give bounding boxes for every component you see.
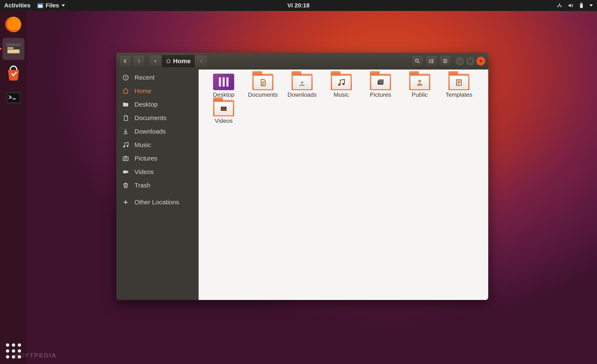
file-documents[interactable]: Documents bbox=[243, 74, 283, 98]
svg-point-23 bbox=[125, 158, 127, 160]
dock-files[interactable] bbox=[2, 38, 24, 60]
dock-software[interactable] bbox=[2, 62, 24, 84]
files-app-icon bbox=[37, 3, 43, 8]
app-menu-label: Files bbox=[46, 2, 59, 9]
folder-icon bbox=[370, 74, 391, 90]
file-label: Music bbox=[333, 91, 349, 98]
nav-back-button[interactable] bbox=[119, 55, 131, 67]
close-button[interactable] bbox=[476, 57, 485, 66]
chevron-down-icon bbox=[589, 4, 593, 7]
file-downloads[interactable]: Downloads bbox=[283, 74, 322, 98]
hamburger-menu-button[interactable] bbox=[439, 55, 451, 67]
file-music[interactable]: Music bbox=[322, 74, 361, 98]
svg-rect-8 bbox=[6, 43, 21, 46]
sidebar-item-recent[interactable]: Recent bbox=[116, 71, 199, 84]
view-toggle-button[interactable] bbox=[425, 55, 437, 67]
sidebar-item-label: Other Locations bbox=[134, 199, 179, 206]
titlebar[interactable]: Home bbox=[116, 53, 488, 70]
folder-icon bbox=[448, 74, 470, 90]
svg-rect-2 bbox=[560, 6, 561, 7]
path-next[interactable] bbox=[195, 55, 208, 67]
svg-rect-25 bbox=[299, 85, 304, 86]
svg-rect-24 bbox=[123, 170, 127, 173]
clock[interactable]: Vi 20:18 bbox=[287, 2, 309, 9]
svg-rect-4 bbox=[581, 3, 582, 4]
file-label: Templates bbox=[445, 91, 472, 98]
sidebar-item-desktop[interactable]: Desktop bbox=[116, 98, 199, 111]
svg-rect-20 bbox=[469, 60, 471, 62]
svg-rect-16 bbox=[429, 62, 431, 63]
minimize-button[interactable] bbox=[455, 57, 464, 66]
svg-rect-12 bbox=[7, 93, 20, 102]
dock bbox=[0, 11, 27, 364]
sidebar-item-trash[interactable]: Trash bbox=[116, 179, 199, 192]
sidebar-item-other-locations[interactable]: Other Locations bbox=[116, 195, 199, 209]
svg-rect-27 bbox=[379, 79, 384, 84]
sidebar-item-label: Videos bbox=[134, 168, 154, 176]
svg-rect-10 bbox=[7, 49, 20, 53]
app-menu[interactable]: Files bbox=[37, 2, 65, 9]
svg-point-13 bbox=[416, 59, 418, 62]
sidebar-item-label: Trash bbox=[134, 182, 150, 189]
folder-icon bbox=[331, 74, 352, 90]
path-bar[interactable]: Home bbox=[149, 55, 208, 67]
sidebar-item-label: Documents bbox=[134, 114, 166, 122]
path-home[interactable]: Home bbox=[162, 55, 195, 67]
sidebar-item-downloads[interactable]: Downloads bbox=[116, 125, 199, 138]
svg-rect-5 bbox=[581, 5, 582, 7]
sidebar-item-label: Home bbox=[134, 87, 151, 95]
volume-icon bbox=[567, 2, 573, 8]
sidebar-item-music[interactable]: Music bbox=[116, 138, 199, 152]
file-label: Public bbox=[412, 91, 428, 98]
svg-rect-15 bbox=[429, 61, 431, 62]
file-videos[interactable]: Videos bbox=[204, 100, 243, 124]
file-label: Pictures bbox=[370, 91, 391, 98]
sidebar: Recent Home Desktop Documents Downloads … bbox=[116, 70, 199, 300]
sidebar-item-label: Pictures bbox=[134, 155, 157, 162]
folder-icon bbox=[252, 74, 273, 90]
file-label: Downloads bbox=[288, 91, 317, 98]
file-label: Documents bbox=[248, 91, 278, 98]
svg-rect-14 bbox=[429, 59, 431, 60]
sidebar-item-label: Music bbox=[134, 141, 151, 148]
nav-forward-button[interactable] bbox=[133, 55, 145, 67]
folder-icon bbox=[213, 100, 234, 116]
sidebar-item-label: Desktop bbox=[134, 101, 158, 108]
top-bar: Activities Files Vi 20:18 bbox=[0, 0, 597, 11]
sidebar-item-documents[interactable]: Documents bbox=[116, 111, 199, 125]
file-desktop[interactable]: Desktop bbox=[204, 74, 243, 98]
sidebar-item-label: Recent bbox=[134, 74, 155, 81]
svg-rect-31 bbox=[221, 107, 222, 111]
file-public[interactable]: Public bbox=[400, 74, 439, 98]
file-grid[interactable]: Desktop Documents Downloads Music Pictur… bbox=[199, 70, 488, 300]
maximize-button[interactable] bbox=[466, 57, 475, 66]
svg-rect-1 bbox=[557, 6, 558, 7]
network-icon bbox=[557, 2, 562, 8]
status-area[interactable] bbox=[557, 2, 597, 8]
show-applications[interactable] bbox=[0, 343, 27, 358]
svg-rect-9 bbox=[7, 47, 14, 49]
sidebar-item-videos[interactable]: Videos bbox=[116, 165, 199, 179]
dock-terminal[interactable] bbox=[2, 87, 24, 109]
folder-icon bbox=[291, 74, 313, 90]
sidebar-item-pictures[interactable]: Pictures bbox=[116, 152, 199, 165]
sidebar-item-label: Downloads bbox=[134, 128, 166, 135]
battery-icon bbox=[578, 2, 584, 8]
svg-rect-17 bbox=[431, 59, 434, 60]
sidebar-item-home[interactable]: Home bbox=[116, 84, 199, 98]
activities-button[interactable]: Activities bbox=[4, 2, 31, 9]
path-label: Home bbox=[173, 57, 191, 65]
path-prev[interactable] bbox=[149, 55, 162, 67]
chevron-down-icon bbox=[62, 4, 65, 7]
file-templates[interactable]: Templates bbox=[439, 74, 479, 98]
search-button[interactable] bbox=[411, 55, 423, 67]
svg-point-28 bbox=[418, 80, 421, 83]
svg-rect-18 bbox=[431, 61, 434, 62]
svg-rect-32 bbox=[225, 107, 226, 111]
file-label: Videos bbox=[215, 117, 233, 124]
svg-rect-0 bbox=[559, 3, 560, 4]
file-pictures[interactable]: Pictures bbox=[361, 74, 400, 98]
files-window: Home Recent Home Desk bbox=[116, 53, 488, 300]
dock-firefox[interactable] bbox=[2, 14, 24, 35]
apps-grid-icon bbox=[6, 343, 21, 358]
